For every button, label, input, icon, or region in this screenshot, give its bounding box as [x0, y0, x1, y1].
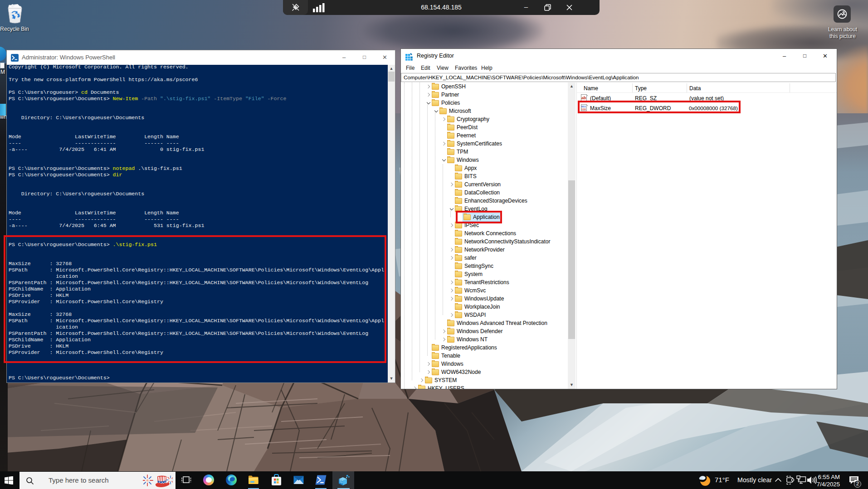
svg-text:★: ★: [159, 481, 161, 483]
svg-text:ab: ab: [581, 96, 586, 100]
svg-text:★: ★: [161, 481, 163, 484]
svg-text:★: ★: [164, 481, 166, 483]
